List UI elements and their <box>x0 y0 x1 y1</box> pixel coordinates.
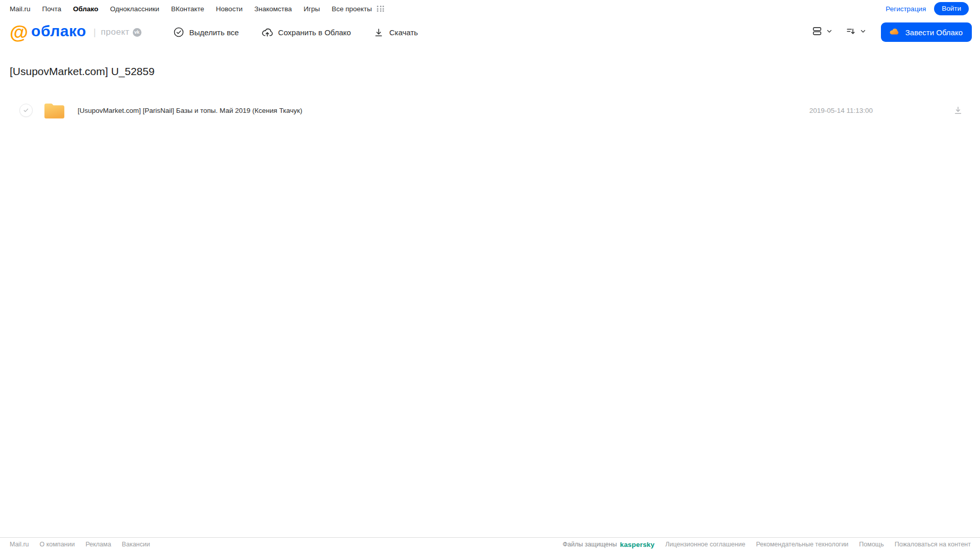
select-all-label: Выделить все <box>189 28 239 37</box>
portal-nav-links: Mail.ruПочтаОблакоОдноклассникиВКонтакте… <box>10 5 372 13</box>
page-title: [UsupovMarket.com] U_52859 <box>10 65 980 78</box>
vk-badge-icon: vk <box>133 28 141 37</box>
file-name-link[interactable]: [UsupovMarket.com] [ParisNail] Базы и то… <box>78 107 302 114</box>
footer-right-links: Лицензионное соглашениеРекомендательные … <box>665 541 971 548</box>
brand-title: облако <box>31 23 86 41</box>
footer: Mail.ruО компанииРекламаВакансии Файлы з… <box>0 537 980 551</box>
cloud-header: @ облако | проект vk Выделить все Сохран… <box>0 17 980 50</box>
register-link[interactable]: Регистрация <box>886 5 926 13</box>
file-row[interactable]: [UsupovMarket.com] [ParisNail] Базы и то… <box>10 100 980 121</box>
portal-nav-item[interactable]: Новости <box>216 5 243 13</box>
download-icon <box>373 27 384 38</box>
main-content: [UsupovMarket.com] U_52859 [UsupovMarket… <box>0 65 980 121</box>
create-cloud-button[interactable]: Завести Облако <box>881 22 972 42</box>
all-projects-grid-icon[interactable] <box>377 6 385 12</box>
view-list-icon <box>811 26 823 39</box>
portal-nav-item[interactable]: Почта <box>42 5 62 13</box>
login-button[interactable]: Войти <box>934 2 969 15</box>
footer-link[interactable]: Реклама <box>85 541 111 548</box>
create-cloud-label: Завести Облако <box>905 28 963 37</box>
portal-nav-item[interactable]: Игры <box>304 5 320 13</box>
toolbar: Выделить все Сохранить в Облако Скачать <box>173 27 418 38</box>
sort-icon <box>845 26 856 39</box>
footer-link[interactable]: Рекомендательные технологии <box>756 541 848 548</box>
footer-left-links: Mail.ruО компанииРекламаВакансии <box>10 541 150 548</box>
footer-link[interactable]: Пожаловаться на контент <box>895 541 971 548</box>
download-label: Скачать <box>389 28 418 37</box>
row-checkbox[interactable] <box>19 104 33 117</box>
view-mode-dropdown[interactable] <box>811 26 833 39</box>
portal-nav-item[interactable]: ВКонтакте <box>171 5 204 13</box>
save-to-cloud-button[interactable]: Сохранить в Облако <box>261 27 351 38</box>
sort-dropdown[interactable] <box>845 26 867 39</box>
portal-nav-item[interactable]: Облако <box>73 5 98 13</box>
kaspersky-logo[interactable]: kaspersky <box>620 541 655 548</box>
portal-nav-item[interactable]: Знакомства <box>254 5 292 13</box>
protected-label: Файлы защищены <box>563 541 617 548</box>
project-label: проект <box>101 27 130 37</box>
cloud-upload-icon <box>261 27 273 38</box>
footer-link[interactable]: Лицензионное соглашение <box>665 541 746 548</box>
portal-navbar: Mail.ruПочтаОблакоОдноклассникиВКонтакте… <box>0 0 980 17</box>
chevron-down-icon <box>859 28 867 37</box>
footer-link[interactable]: Вакансии <box>122 541 150 548</box>
footer-link[interactable]: Помощь <box>859 541 883 548</box>
select-all-button[interactable]: Выделить все <box>173 27 239 38</box>
cloud-logo[interactable]: @ облако | проект vk <box>10 23 141 42</box>
row-download-icon[interactable] <box>953 105 963 115</box>
file-date: 2019-05-14 11:13:00 <box>809 107 873 114</box>
check-circle-icon <box>173 27 184 38</box>
save-to-cloud-label: Сохранить в Облако <box>278 28 351 37</box>
portal-nav-item[interactable]: Mail.ru <box>10 5 31 13</box>
cloud-orange-icon <box>888 26 900 39</box>
footer-link[interactable]: О компании <box>40 541 75 548</box>
mailru-at-icon: @ <box>10 23 28 42</box>
download-button[interactable]: Скачать <box>373 27 418 38</box>
folder-icon <box>43 101 65 119</box>
chevron-down-icon <box>826 28 833 37</box>
portal-nav-item[interactable]: Одноклассники <box>110 5 159 13</box>
footer-link[interactable]: Mail.ru <box>10 541 29 548</box>
kaspersky-protection: Файлы защищены kaspersky <box>563 541 655 548</box>
brand-separator: | <box>93 27 96 38</box>
portal-nav-item[interactable]: Все проекты <box>331 5 372 13</box>
